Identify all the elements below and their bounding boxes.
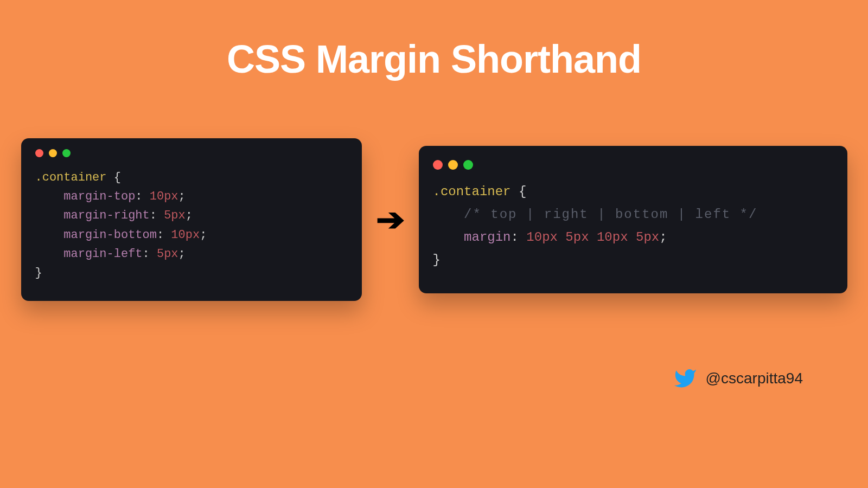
twitter-icon <box>673 367 697 390</box>
page-title: CSS Margin Shorthand <box>0 0 868 81</box>
arrow-icon: ➔ <box>375 201 405 238</box>
css-property: margin-right <box>63 209 149 222</box>
traffic-lights <box>433 160 833 170</box>
maximize-icon <box>463 160 473 170</box>
panels-row: .container { margin-top: 10px; margin-ri… <box>0 138 868 301</box>
css-selector: .container <box>433 184 511 199</box>
css-property: margin-top <box>63 190 135 203</box>
css-value: 10px <box>150 190 178 203</box>
css-property: margin-bottom <box>63 228 157 242</box>
twitter-handle: @cscarpitta94 <box>706 370 803 387</box>
brace-open: { <box>114 171 121 184</box>
code-window-shorthand: .container { /* top | right | bottom | l… <box>419 146 847 293</box>
css-value: 5px <box>164 209 186 222</box>
close-icon <box>35 149 43 157</box>
css-value: 10px 5px 10px 5px <box>526 230 659 245</box>
brace-open: { <box>519 184 526 199</box>
credit: @cscarpitta94 <box>673 367 803 390</box>
css-selector: .container <box>35 171 107 184</box>
code-block: .container { margin-top: 10px; margin-ri… <box>35 168 348 282</box>
minimize-icon <box>448 160 458 170</box>
code-block: .container { /* top | right | bottom | l… <box>433 181 833 272</box>
brace-close: } <box>433 253 441 267</box>
brace-close: } <box>35 266 42 280</box>
code-window-longhand: .container { margin-top: 10px; margin-ri… <box>21 138 362 301</box>
traffic-lights <box>35 149 348 157</box>
minimize-icon <box>49 149 57 157</box>
css-property: margin <box>464 230 510 245</box>
css-comment: /* top | right | bottom | left */ <box>464 207 757 222</box>
maximize-icon <box>62 149 71 157</box>
css-property: margin-left <box>63 247 142 261</box>
close-icon <box>433 160 443 170</box>
css-value: 10px <box>171 228 200 242</box>
css-value: 5px <box>157 247 178 261</box>
